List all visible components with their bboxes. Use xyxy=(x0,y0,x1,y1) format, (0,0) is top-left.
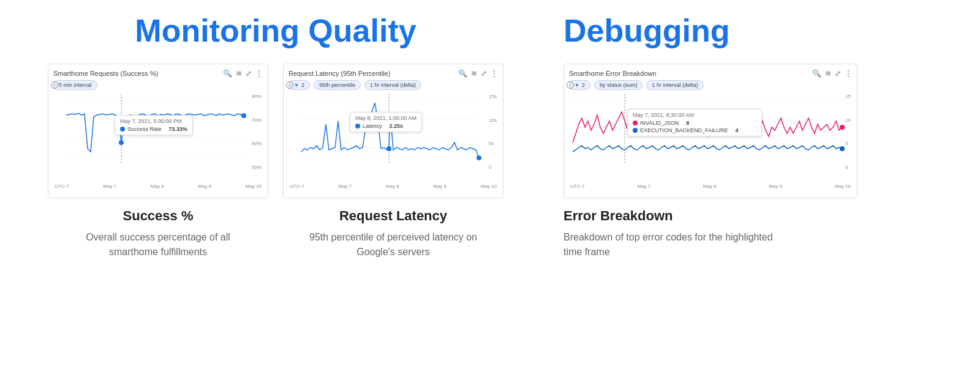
latency-tooltip-value: 2.25s xyxy=(390,123,404,129)
success-label: Success % xyxy=(123,208,194,224)
filter-icon[interactable]: ≋ xyxy=(471,69,477,78)
error-y-0: 15 xyxy=(845,94,851,99)
success-tooltip-row: Success Rate 73.33% xyxy=(120,126,187,132)
success-filter-interval-label: 5 min interval xyxy=(59,82,92,88)
success-y-label-2: 60% xyxy=(252,141,262,146)
latency-x-0: UTC-7 xyxy=(290,184,304,189)
error-filter-status-label: by status (sum) xyxy=(600,82,638,88)
error-y-1: 10 xyxy=(845,117,851,123)
error-tooltip-label-0: INVALID_JSON xyxy=(640,120,679,126)
latency-label: Request Latency xyxy=(339,208,447,224)
success-x-0: UTC-7 xyxy=(55,184,69,189)
success-chart-container: Smarthome Requests (Success %) 🔍 ≋ ⤢ ⋮ 5… xyxy=(48,64,268,198)
latency-x-2: May 8 xyxy=(386,184,399,189)
latency-chart-container: Request Latency (95th Percentile) 🔍 ≋ ⤢ … xyxy=(283,64,503,198)
latency-tooltip-dot xyxy=(355,124,360,129)
error-y-axis: 15 10 5 0 xyxy=(845,94,851,170)
debugging-title: Debugging xyxy=(564,12,730,49)
more-icon[interactable]: ⋮ xyxy=(255,69,263,78)
error-tooltip-dot-0 xyxy=(633,121,638,125)
svg-point-13 xyxy=(386,146,391,151)
success-y-label-0: 80% xyxy=(252,94,262,99)
latency-chart-title: Request Latency (95th Percentile) xyxy=(288,70,390,77)
error-card: Smarthome Error Breakdown 🔍 ≋ ⤢ ⋮ ▼ 2 by… xyxy=(564,64,956,259)
error-x-1: May 7 xyxy=(637,184,650,189)
latency-tooltip-metric: Latency xyxy=(363,123,382,129)
success-chart-filters: 5 min interval xyxy=(53,80,263,90)
error-chart-header: Smarthome Error Breakdown 🔍 ≋ ⤢ ⋮ xyxy=(569,69,852,78)
error-x-2: May 8 xyxy=(703,184,717,189)
success-x-3: May 9 xyxy=(198,184,211,189)
latency-x-3: May 9 xyxy=(433,184,447,189)
error-filter-num-label: 2 xyxy=(582,82,585,88)
error-tooltip-value-0: 8 xyxy=(686,120,689,126)
success-tooltip-dot xyxy=(120,127,125,132)
latency-filter-percentile[interactable]: 95th percentile xyxy=(314,80,361,90)
error-x-3: May 9 xyxy=(769,184,782,189)
success-filter-interval[interactable]: 5 min interval xyxy=(53,80,97,90)
filter-icon[interactable]: ≋ xyxy=(825,69,831,78)
success-chart-icons: 🔍 ≋ ⤢ ⋮ xyxy=(223,69,263,78)
latency-y-3: 0 xyxy=(489,165,497,170)
error-desc: Breakdown of top error codes for the hig… xyxy=(564,230,784,259)
error-filter-interval-label: 1 hr interval (delta) xyxy=(652,82,698,88)
latency-x-4: May 10 xyxy=(481,184,497,189)
latency-y-0: 15s xyxy=(489,94,497,99)
latency-desc: 95th percentile of perceived latency on … xyxy=(301,230,485,259)
latency-info-icon: i xyxy=(286,81,293,89)
filter-icon[interactable]: ≋ xyxy=(236,69,242,78)
success-chart-area: 80% 70% 60% 50% xyxy=(53,94,263,182)
error-chart-filters: ▼ 2 by status (sum) 1 hr interval (delta… xyxy=(569,80,852,90)
latency-y-1: 10s xyxy=(489,117,497,123)
error-chart-title: Smarthome Error Breakdown xyxy=(569,70,656,77)
monitoring-cards-row: Smarthome Requests (Success %) 🔍 ≋ ⤢ ⋮ 5… xyxy=(37,64,514,259)
success-y-axis: 80% 70% 60% 50% xyxy=(252,94,262,170)
svg-point-19 xyxy=(840,125,845,130)
latency-card: Request Latency (95th Percentile) 🔍 ≋ ⤢ … xyxy=(283,64,503,259)
success-x-4: May 10 xyxy=(246,184,262,189)
error-chart-icons: 🔍 ≋ ⤢ ⋮ xyxy=(812,69,852,78)
error-tooltip: May 7, 2021, 8:30:00 AM INVALID_JSON 8 E… xyxy=(627,109,762,136)
success-x-1: May 7 xyxy=(103,184,116,189)
error-info-icon: i xyxy=(567,81,574,89)
expand-icon[interactable]: ⤢ xyxy=(246,69,252,78)
latency-funnel-icon: ▼ xyxy=(294,83,299,88)
latency-filter-interval-label: 1 hr interval (delta) xyxy=(370,82,416,88)
latency-chart-filters: ▼ 2 95th percentile 1 hr interval (delta… xyxy=(288,80,498,90)
error-y-3: 0 xyxy=(845,165,851,170)
success-y-label-1: 70% xyxy=(252,117,262,123)
latency-y-axis: 15s 10s 5s 0 xyxy=(489,94,497,170)
success-tooltip-date: May 7, 2021, 5:00:00 PM xyxy=(120,118,187,124)
svg-point-20 xyxy=(840,146,845,151)
success-chart-header: Smarthome Requests (Success %) 🔍 ≋ ⤢ ⋮ xyxy=(53,69,263,78)
error-filter-status[interactable]: by status (sum) xyxy=(594,80,643,90)
monitoring-section: Monitoring Quality Smarthome Requests (S… xyxy=(24,12,527,272)
error-tooltip-date: May 7, 2021, 8:30:00 AM xyxy=(633,112,756,118)
error-y-2: 5 xyxy=(845,141,851,146)
error-tooltip-label-1: EXECUTION_BACKEND_FAILURE xyxy=(640,127,728,133)
latency-tooltip-row: Latency 2.25s xyxy=(355,123,417,129)
latency-tooltip: May 8, 2021, 1:00:00 AM Latency 2.25s xyxy=(350,112,422,132)
search-icon[interactable]: 🔍 xyxy=(223,69,232,78)
success-tooltip-value: 73.33% xyxy=(169,126,188,132)
more-icon[interactable]: ⋮ xyxy=(845,69,852,78)
expand-icon[interactable]: ⤢ xyxy=(481,69,487,78)
latency-tooltip-date: May 8, 2021, 1:00:00 AM xyxy=(355,115,417,121)
error-tooltip-row-1: EXECUTION_BACKEND_FAILURE 4 xyxy=(633,127,756,133)
error-chart-area: 15 10 5 0 xyxy=(569,94,852,182)
success-desc: Overall success percentage of all smarth… xyxy=(66,230,250,259)
success-tooltip: May 7, 2021, 5:00:00 PM Success Rate 73.… xyxy=(115,115,193,135)
search-icon[interactable]: 🔍 xyxy=(458,69,467,78)
expand-icon[interactable]: ⤢ xyxy=(835,69,841,78)
success-chart-title: Smarthome Requests (Success %) xyxy=(53,70,158,77)
error-filter-interval[interactable]: 1 hr interval (delta) xyxy=(646,80,703,90)
search-icon[interactable]: 🔍 xyxy=(812,69,821,78)
success-x-2: May 8 xyxy=(151,184,164,189)
latency-filter-interval[interactable]: 1 hr interval (delta) xyxy=(364,80,421,90)
success-y-label-3: 50% xyxy=(252,165,262,170)
error-chart-container: Smarthome Error Breakdown 🔍 ≋ ⤢ ⋮ ▼ 2 by… xyxy=(564,64,858,198)
success-tooltip-metric: Success Rate xyxy=(127,126,162,132)
more-icon[interactable]: ⋮ xyxy=(491,69,498,78)
error-x-4: May 10 xyxy=(835,184,851,189)
latency-x-axis: UTC-7 May 7 May 8 May 9 May 10 xyxy=(288,184,498,189)
